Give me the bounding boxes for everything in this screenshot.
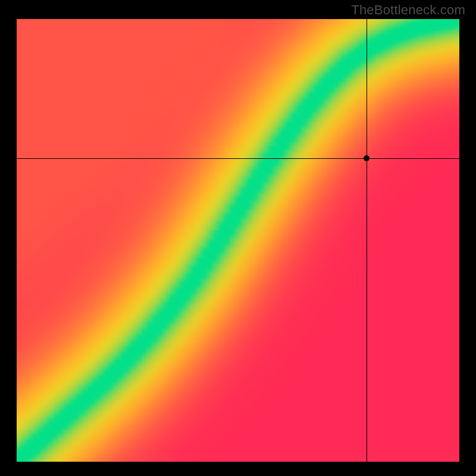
heatmap-canvas: [17, 19, 459, 462]
page-root: TheBottleneck.com: [0, 0, 476, 476]
bottleneck-heatmap: [17, 19, 459, 462]
brand-watermark: TheBottleneck.com: [351, 2, 465, 18]
